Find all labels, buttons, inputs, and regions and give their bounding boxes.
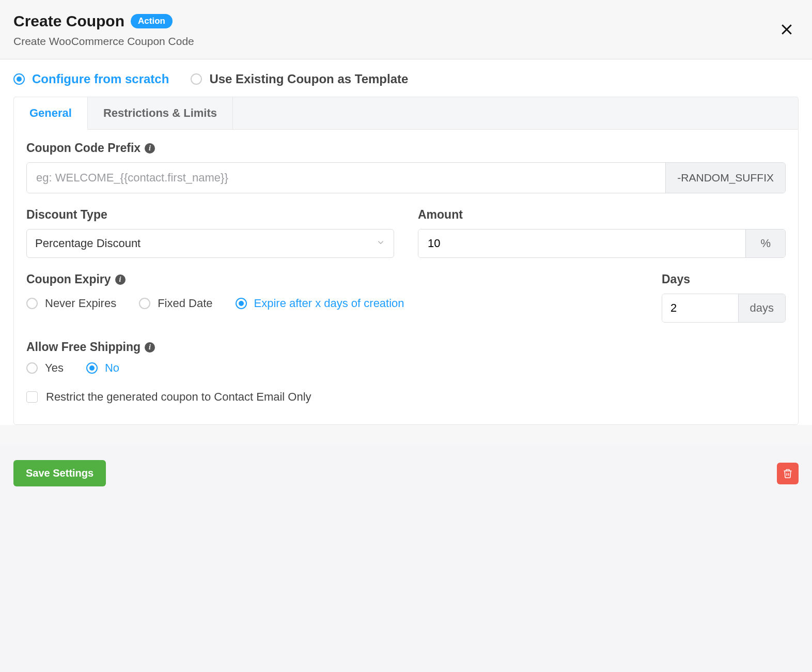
radio-icon [191,73,202,85]
radio-label: No [105,361,119,375]
modal-body: Configure from scratch Use Existing Coup… [0,59,812,425]
amount-label: Amount [418,208,786,222]
radio-icon [26,362,38,374]
shipping-radio-group: Yes No [26,361,786,375]
days-label: Days [662,272,786,286]
radio-fixed-date[interactable]: Fixed Date [139,297,212,310]
radio-shipping-no[interactable]: No [86,361,119,375]
expiry-radio-group: Never Expires Fixed Date Expire after x … [26,294,646,310]
delete-button[interactable] [777,463,799,484]
radio-icon [236,298,247,309]
radio-label: Expire after x days of creation [254,297,404,310]
amount-suffix: % [745,230,785,257]
days-input-group: days [662,294,786,323]
chevron-down-icon [376,237,385,250]
days-suffix: days [738,294,785,322]
expiry-label: Coupon Expiry i [26,272,646,286]
days-col: Days days [662,272,786,323]
discount-type-select[interactable]: Percentage Discount [26,229,394,258]
modal-footer: Save Settings [0,445,812,505]
prefix-label-text: Coupon Code Prefix [26,141,140,155]
discount-type-col: Discount Type Percentage Discount [26,208,394,258]
close-button[interactable] [779,22,794,40]
discount-row: Discount Type Percentage Discount Amount… [26,208,786,258]
trash-icon [783,468,793,479]
modal-header: Create Coupon Action Create WooCommerce … [0,0,812,59]
close-icon [779,22,794,37]
radio-label: Configure from scratch [32,72,169,86]
info-icon[interactable]: i [145,143,155,154]
prefix-suffix: -RANDOM_SUFFIX [665,163,785,193]
restrict-email-checkbox[interactable] [26,391,38,403]
info-icon[interactable]: i [145,342,155,353]
general-panel: Coupon Code Prefix i -RANDOM_SUFFIX Disc… [13,129,799,425]
radio-never-expires[interactable]: Never Expires [26,297,116,310]
radio-expire-after-days[interactable]: Expire after x days of creation [236,297,404,310]
radio-configure-from-scratch[interactable]: Configure from scratch [13,72,169,86]
radio-label: Never Expires [45,297,116,310]
radio-label: Yes [45,361,64,375]
amount-input-group: % [418,229,786,258]
restrict-email-label: Restrict the generated coupon to Contact… [46,390,311,404]
discount-type-value: Percentage Discount [35,237,140,250]
amount-input[interactable] [418,230,745,257]
expiry-label-text: Coupon Expiry [26,272,111,286]
expiry-row: Coupon Expiry i Never Expires Fixed Date [26,272,786,323]
modal-subtitle: Create WooCommerce Coupon Code [13,35,799,48]
tab-general[interactable]: General [14,97,88,130]
radio-icon [13,73,25,85]
action-badge: Action [131,14,173,28]
modal-title: Create Coupon [13,12,124,30]
shipping-label: Allow Free Shipping i [26,340,786,354]
radio-shipping-yes[interactable]: Yes [26,361,64,375]
days-input[interactable] [662,294,738,322]
shipping-label-text: Allow Free Shipping [26,340,140,354]
expiry-left: Coupon Expiry i Never Expires Fixed Date [26,272,646,310]
mode-radio-group: Configure from scratch Use Existing Coup… [13,69,799,97]
radio-icon [139,298,150,309]
restrict-email-row: Restrict the generated coupon to Contact… [26,390,786,404]
title-row: Create Coupon Action [13,12,799,30]
tab-restrictions[interactable]: Restrictions & Limits [88,97,233,129]
tab-bar: General Restrictions & Limits [13,97,799,129]
amount-col: Amount % [418,208,786,258]
prefix-label: Coupon Code Prefix i [26,141,786,155]
radio-use-existing-template[interactable]: Use Existing Coupon as Template [191,72,408,86]
create-coupon-modal: Create Coupon Action Create WooCommerce … [0,0,812,505]
radio-label: Fixed Date [158,297,212,310]
discount-type-label: Discount Type [26,208,394,222]
info-icon[interactable]: i [115,274,126,285]
prefix-input-group: -RANDOM_SUFFIX [26,162,786,193]
save-settings-button[interactable]: Save Settings [13,460,106,486]
prefix-input[interactable] [27,163,665,193]
radio-icon [86,362,98,374]
radio-icon [26,298,38,309]
radio-label: Use Existing Coupon as Template [209,72,408,86]
